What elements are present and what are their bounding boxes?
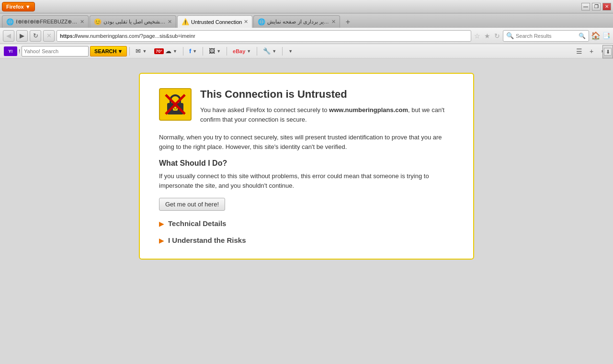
tab-close-freebuzz[interactable]: ✕ <box>80 19 84 25</box>
add-button[interactable]: + <box>586 46 597 57</box>
weather-badge: 70° <box>154 48 164 54</box>
url-bar[interactable]: https:// www.numberingplans.com/?page...… <box>57 30 471 42</box>
bookmark-weather[interactable]: 70° ☁ ▼ <box>151 46 181 57</box>
error-desc-text1: You have asked Firefox to connect secure… <box>200 106 329 114</box>
reload-button[interactable]: ↻ <box>30 30 41 42</box>
divider-6 <box>282 47 283 56</box>
title-bar-left: Firefox ▼ <box>2 2 35 11</box>
tab-icon-warning: ⚠️ <box>182 18 189 25</box>
extra-dropdown-arrow: ▼ <box>272 49 276 54</box>
search-submit-icon[interactable]: 🔍 <box>579 33 586 39</box>
risk-text: If you usually connect to this site with… <box>159 171 454 190</box>
tab-icon-freebuzz: 🌐 <box>6 18 14 25</box>
ebay-dropdown-arrow: ▼ <box>247 49 251 54</box>
photo-dropdown-arrow: ▼ <box>216 49 221 54</box>
firefox-dropdown-arrow: ▼ <box>25 4 31 10</box>
bookmark-ebay[interactable]: eBay ▼ <box>229 46 254 57</box>
tab-close-screenshot[interactable]: ✕ <box>331 19 336 25</box>
error-normal-text: Normally, when you try to connect secure… <box>159 133 454 151</box>
understand-risks-section[interactable]: ▶ I Understand the Risks <box>159 236 454 244</box>
tab-close-persian[interactable]: ✕ <box>168 19 172 25</box>
technical-details-section[interactable]: ▶ Technical Details <box>159 219 454 228</box>
error-desc-intro: You have asked Firefox to connect secure… <box>200 105 454 124</box>
bookmark-facebook[interactable]: f ▼ <box>186 46 200 57</box>
tab-label-untrusted: Untrusted Connection <box>191 19 242 25</box>
more-dropdown-arrow: ▼ <box>288 49 293 54</box>
bookmarks-menu-button[interactable]: 📑 <box>602 32 610 39</box>
yahoo-logo: Y! <box>4 46 17 56</box>
nav-bar: ◀ ▶ ↻ ✕ https:// www.numberingplans.com/… <box>0 28 613 44</box>
yahoo-search-label: SEARCH <box>94 48 116 54</box>
bookmark-star-button[interactable]: ☆ <box>474 32 480 40</box>
url-full: www.numberingplans.com/?page...sis&sub=i… <box>78 33 195 39</box>
understand-risks-label: I Understand the Risks <box>168 236 246 244</box>
divider-2 <box>183 47 183 56</box>
error-header: This Connection is Untrusted You have as… <box>159 88 454 124</box>
get-out-button[interactable]: Get me out of here! <box>159 198 225 211</box>
yahoo-search-input[interactable] <box>22 46 89 57</box>
bookmark-extra[interactable]: 🔧 ▼ <box>260 46 280 57</box>
technical-details-label: Technical Details <box>168 219 226 228</box>
understand-risks-arrow: ▶ <box>159 237 164 244</box>
main-content: ⬇ This Connection is Untrusted <box>0 58 613 364</box>
tab-label-freebuzz: ℓ⊕ℓ⊕ℓ⊕ℓ⊕FREEBUZZ⊕ℓ⊕ℓ... <box>16 19 78 25</box>
divider-3 <box>203 47 203 56</box>
divider-4 <box>227 47 227 56</box>
firefox-label: Firefox <box>6 4 24 10</box>
close-button[interactable]: ✕ <box>602 3 611 11</box>
what-should-title: What Should I Do? <box>159 159 454 168</box>
weather-icon: ☁ <box>165 47 171 55</box>
extra-icon: 🔧 <box>263 47 271 55</box>
minimize-button[interactable]: — <box>581 3 590 11</box>
side-panel: ⬇ <box>602 45 613 58</box>
facebook-dropdown-arrow: ▼ <box>193 49 197 54</box>
error-box: This Connection is Untrusted You have as… <box>139 73 474 260</box>
search-bar[interactable]: 🔍 🔍 <box>503 30 589 42</box>
ebay-icon: eBay <box>233 48 245 54</box>
tab-untrusted[interactable]: ⚠️ Untrusted Connection ✕ <box>177 15 252 28</box>
weather-dropdown-arrow: ▼ <box>173 49 177 54</box>
error-header-text: This Connection is Untrusted You have as… <box>200 88 454 124</box>
yahoo-widget: Y! ! SEARCH ▼ <box>4 46 127 57</box>
tab-label-persian: تشخیص اصل یا تقلبی بودن... <box>103 19 166 25</box>
title-bar-right: — ❐ ✕ <box>581 3 611 11</box>
yahoo-search-dropdown-arrow: ▼ <box>118 48 123 54</box>
title-bar: Firefox ▼ — ❐ ✕ <box>0 0 613 13</box>
refresh-icon[interactable]: ↻ <box>494 32 500 40</box>
divider-5 <box>257 47 257 56</box>
bookmark-photo[interactable]: 🖼 ▼ <box>205 46 224 57</box>
home-button[interactable]: 🏠 <box>591 31 601 40</box>
back-button[interactable]: ◀ <box>3 30 14 42</box>
error-icon-svg <box>163 92 187 116</box>
error-domain: www.numberingplans.com <box>329 106 408 114</box>
photo-icon: 🖼 <box>209 47 215 55</box>
side-panel-download-icon[interactable]: ⬇ <box>604 48 612 56</box>
new-tab-button[interactable]: + <box>342 16 353 28</box>
tab-screenshot[interactable]: 🌐 تصویر برداری از صفحه نمایش... ✕ <box>253 15 340 28</box>
search-engine-icon: 🔍 <box>506 32 514 39</box>
technical-details-arrow: ▶ <box>159 220 164 228</box>
yahoo-label: ! <box>19 48 20 54</box>
mail-dropdown-arrow: ▼ <box>142 49 147 54</box>
tab-label-screenshot: تصویر برداری از صفحه نمایش... <box>267 19 329 25</box>
error-title: This Connection is Untrusted <box>200 88 454 101</box>
yahoo-search-button[interactable]: SEARCH ▼ <box>90 46 127 57</box>
tab-freebuzz[interactable]: 🌐 ℓ⊕ℓ⊕ℓ⊕ℓ⊕FREEBUZZ⊕ℓ⊕ℓ... ✕ <box>2 15 89 28</box>
forward-button[interactable]: ▶ <box>16 30 28 42</box>
tab-close-untrusted[interactable]: ✕ <box>244 19 248 25</box>
what-should-section: What Should I Do? If you usually connect… <box>159 159 454 190</box>
firefox-menu-button[interactable]: Firefox ▼ <box>2 2 35 11</box>
bookmark-mail[interactable]: ✉ ▼ <box>132 46 150 57</box>
menu-icon-button[interactable]: ☰ <box>574 46 584 57</box>
divider-1 <box>129 47 130 56</box>
bookmark-more[interactable]: ▼ <box>285 46 296 57</box>
tab-icon-persian: 😊 <box>94 18 102 25</box>
tab-bar: 🌐 ℓ⊕ℓ⊕ℓ⊕ℓ⊕FREEBUZZ⊕ℓ⊕ℓ... ✕ 😊 تشخیص اصل … <box>0 13 613 28</box>
bookmark-star2-button[interactable]: ★ <box>484 32 490 40</box>
stop-button[interactable]: ✕ <box>43 30 55 42</box>
search-input[interactable] <box>516 33 577 39</box>
facebook-icon: f <box>189 47 191 55</box>
tab-persian[interactable]: 😊 تشخیص اصل یا تقلبی بودن... ✕ <box>90 15 176 28</box>
mail-icon: ✉ <box>136 47 141 55</box>
restore-button[interactable]: ❐ <box>592 3 601 11</box>
